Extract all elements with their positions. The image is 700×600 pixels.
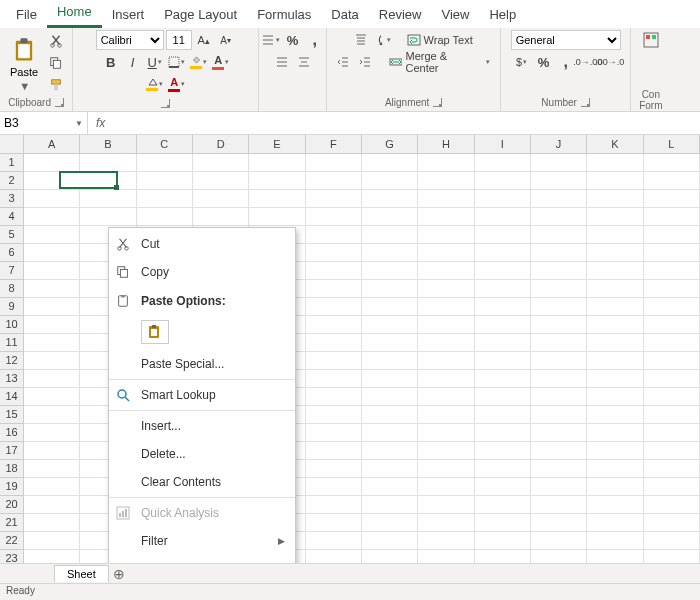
cell[interactable] — [24, 370, 80, 388]
column-header[interactable]: D — [193, 135, 249, 154]
cell[interactable] — [475, 532, 531, 550]
tab-home[interactable]: Home — [47, 0, 102, 28]
cell[interactable] — [418, 478, 474, 496]
cell[interactable] — [475, 496, 531, 514]
cell[interactable] — [587, 190, 643, 208]
cell[interactable] — [475, 172, 531, 190]
cell[interactable] — [587, 226, 643, 244]
cell[interactable] — [80, 154, 136, 172]
cell[interactable] — [644, 154, 700, 172]
font-name-select[interactable]: Calibri — [96, 30, 164, 50]
cell[interactable] — [531, 280, 587, 298]
cell[interactable] — [587, 496, 643, 514]
cell[interactable] — [306, 352, 362, 370]
row-header[interactable]: 11 — [0, 334, 24, 352]
cell[interactable] — [306, 154, 362, 172]
row-header[interactable]: 7 — [0, 262, 24, 280]
cell[interactable] — [418, 190, 474, 208]
cell[interactable] — [362, 208, 418, 226]
cell[interactable] — [306, 478, 362, 496]
cell[interactable] — [306, 298, 362, 316]
fill-color-button[interactable]: ▾ — [189, 52, 209, 72]
cell[interactable] — [475, 478, 531, 496]
cell[interactable] — [587, 262, 643, 280]
cell[interactable] — [137, 172, 193, 190]
cell[interactable] — [587, 154, 643, 172]
alignment-launcher[interactable] — [433, 98, 442, 107]
comma-button[interactable]: , — [305, 30, 325, 50]
cell[interactable] — [306, 514, 362, 532]
align-btn-2[interactable] — [294, 52, 314, 72]
font-launcher[interactable] — [161, 99, 170, 108]
cell[interactable] — [475, 370, 531, 388]
cell[interactable] — [587, 424, 643, 442]
cell[interactable] — [362, 298, 418, 316]
cell[interactable] — [475, 316, 531, 334]
cell[interactable] — [418, 460, 474, 478]
cell[interactable] — [362, 442, 418, 460]
tab-data[interactable]: Data — [321, 2, 368, 28]
cell[interactable] — [249, 172, 305, 190]
cell[interactable] — [306, 424, 362, 442]
cm-copy[interactable]: Copy — [109, 258, 295, 286]
cell[interactable] — [24, 550, 80, 563]
cell[interactable] — [306, 280, 362, 298]
cell[interactable] — [644, 370, 700, 388]
cell[interactable] — [418, 154, 474, 172]
merge-center-button[interactable]: Merge & Center ▾ — [385, 52, 495, 72]
cell[interactable] — [418, 352, 474, 370]
cell[interactable] — [475, 244, 531, 262]
cell[interactable] — [475, 514, 531, 532]
cell[interactable] — [644, 298, 700, 316]
cell[interactable] — [418, 334, 474, 352]
cell[interactable] — [306, 442, 362, 460]
column-header[interactable]: E — [249, 135, 305, 154]
cm-sort[interactable]: Sort ▶ — [109, 555, 295, 563]
row-header[interactable]: 20 — [0, 496, 24, 514]
cell[interactable] — [418, 262, 474, 280]
cell[interactable] — [306, 334, 362, 352]
cell[interactable] — [531, 208, 587, 226]
sheet-tab[interactable]: Sheet — [54, 565, 109, 582]
column-header[interactable]: H — [418, 135, 474, 154]
cell[interactable] — [306, 460, 362, 478]
row-header[interactable]: 2 — [0, 172, 24, 190]
cell[interactable] — [531, 442, 587, 460]
tab-review[interactable]: Review — [369, 2, 432, 28]
orientation-button[interactable]: ⤹▾ — [373, 30, 393, 50]
cell[interactable] — [24, 190, 80, 208]
row-header[interactable]: 4 — [0, 208, 24, 226]
row-header[interactable]: 8 — [0, 280, 24, 298]
cell[interactable] — [24, 352, 80, 370]
cell[interactable] — [362, 424, 418, 442]
cell[interactable] — [24, 298, 80, 316]
font-color-button[interactable]: A▾ — [211, 52, 231, 72]
cell[interactable] — [587, 370, 643, 388]
cell[interactable] — [362, 514, 418, 532]
cell[interactable] — [362, 154, 418, 172]
cell[interactable] — [418, 370, 474, 388]
cell[interactable] — [362, 496, 418, 514]
select-all-corner[interactable] — [0, 135, 24, 154]
italic-button[interactable]: I — [123, 52, 143, 72]
row-header[interactable]: 18 — [0, 460, 24, 478]
cell[interactable] — [137, 190, 193, 208]
tab-file[interactable]: File — [6, 2, 47, 28]
bold-button[interactable]: B — [101, 52, 121, 72]
cell[interactable] — [531, 262, 587, 280]
cell[interactable] — [418, 424, 474, 442]
cell[interactable] — [24, 208, 80, 226]
name-box-dropdown[interactable]: ▼ — [75, 119, 83, 128]
number-launcher[interactable] — [581, 98, 590, 107]
cell[interactable] — [193, 190, 249, 208]
cell[interactable] — [587, 172, 643, 190]
cell[interactable] — [306, 172, 362, 190]
column-header[interactable]: K — [587, 135, 643, 154]
row-header[interactable]: 13 — [0, 370, 24, 388]
cell[interactable] — [644, 208, 700, 226]
cell[interactable] — [362, 190, 418, 208]
cell[interactable] — [644, 478, 700, 496]
cell[interactable] — [475, 442, 531, 460]
cell[interactable] — [24, 460, 80, 478]
paste-button[interactable]: Paste ▼ — [6, 32, 42, 94]
